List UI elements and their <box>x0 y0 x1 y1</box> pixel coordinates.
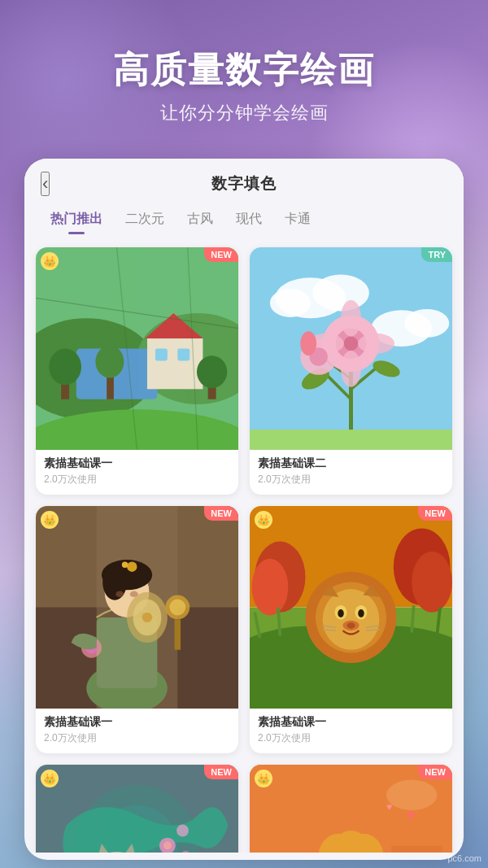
main-title: 高质量数字绘画 <box>113 46 375 94</box>
svg-point-50 <box>122 561 128 567</box>
card-5-badge: NEW <box>204 765 238 779</box>
svg-point-65 <box>251 559 288 616</box>
card-2-usage: 2.0万次使用 <box>258 473 444 486</box>
svg-point-79 <box>338 609 343 617</box>
tab-modern[interactable]: 现代 <box>224 207 273 231</box>
svg-point-66 <box>412 552 452 613</box>
grid-card-1[interactable]: NEW 👑 <box>36 247 238 495</box>
card-2-image-wrapper: TRY <box>250 247 452 450</box>
card-1-badge: NEW <box>204 247 238 262</box>
card-4-name: 素描基础课一 <box>258 715 444 730</box>
svg-line-86 <box>366 630 379 630</box>
card-2-badge: TRY <box>421 247 452 262</box>
grid-container: NEW 👑 <box>36 247 452 853</box>
svg-rect-54 <box>175 619 181 649</box>
svg-point-36 <box>358 334 394 354</box>
card-4-art <box>250 506 452 709</box>
svg-point-49 <box>127 561 137 571</box>
grid-card-4[interactable]: NEW 👑 <box>250 506 452 753</box>
watermark: pc6.com <box>447 853 481 863</box>
card-3-info: 素描基础课一 2.0万次使用 <box>36 709 238 753</box>
svg-text:♥: ♥ <box>386 801 392 813</box>
grid-card-3[interactable]: NEW 👑 <box>36 506 238 753</box>
card-4-badge: NEW <box>418 506 452 521</box>
svg-point-102 <box>163 842 172 850</box>
svg-rect-130 <box>391 846 442 853</box>
card-3-crown: 👑 <box>41 511 59 529</box>
svg-text:♥: ♥ <box>407 807 415 823</box>
svg-point-9 <box>49 349 81 386</box>
svg-point-55 <box>169 600 185 616</box>
main-card: ‹ 数字填色 热门推出 二次元 古风 现代 卡通 NEW 👑 <box>24 159 464 860</box>
svg-point-51 <box>115 591 124 597</box>
svg-point-21 <box>270 289 311 317</box>
card-1-name: 素描基础课一 <box>44 456 230 471</box>
card-3-art <box>36 506 238 709</box>
card-4-usage: 2.0万次使用 <box>258 731 444 745</box>
card-1-usage: 2.0万次使用 <box>44 473 230 486</box>
card-4-image-wrapper: NEW 👑 <box>250 506 452 709</box>
svg-point-103 <box>176 824 189 836</box>
svg-point-82 <box>347 622 355 628</box>
svg-point-74 <box>323 589 380 650</box>
tab-cartoon[interactable]: 卡通 <box>273 207 322 231</box>
sub-title: 让你分分钟学会绘画 <box>160 101 329 125</box>
svg-rect-40 <box>250 430 452 450</box>
svg-rect-7 <box>177 349 190 361</box>
card-4-info: 素描基础课一 2.0万次使用 <box>250 709 452 753</box>
grid-card-6[interactable]: NEW 👑 ♥ ♥ <box>250 765 452 853</box>
svg-line-68 <box>278 608 280 636</box>
grid-card-2[interactable]: TRY <box>250 247 452 495</box>
card-1-image-wrapper: NEW 👑 <box>36 247 238 450</box>
card-3-usage: 2.0万次使用 <box>44 731 230 745</box>
card-2-name: 素描基础课二 <box>258 456 444 471</box>
svg-point-109 <box>386 780 437 810</box>
svg-point-39 <box>300 331 316 355</box>
card-header: ‹ 数字填色 <box>24 159 464 203</box>
svg-point-33 <box>341 300 361 337</box>
card-6-crown: 👑 <box>255 770 272 787</box>
card-1-info: 素描基础课一 2.0万次使用 <box>36 450 238 495</box>
card-4-crown: 👑 <box>255 511 272 529</box>
svg-point-23 <box>404 309 449 338</box>
tab-2d[interactable]: 二次元 <box>114 207 176 231</box>
grid-card-5[interactable]: NEW 👑 <box>36 765 238 853</box>
svg-line-84 <box>323 630 336 630</box>
card-2-art <box>250 247 452 450</box>
card-title: 数字填色 <box>211 173 277 194</box>
back-button[interactable]: ‹ <box>41 172 50 196</box>
header-area: 高质量数字绘画 让你分分钟学会绘画 <box>0 0 488 171</box>
card-6-image-wrapper: NEW 👑 ♥ ♥ <box>250 765 452 853</box>
card-1-crown: 👑 <box>41 252 59 270</box>
svg-point-20 <box>312 275 369 312</box>
svg-point-58 <box>142 613 152 622</box>
card-3-name: 素描基础课一 <box>44 715 230 730</box>
card-6-badge: NEW <box>418 765 452 779</box>
card-1-art <box>36 247 238 450</box>
tab-ancient[interactable]: 古风 <box>176 207 224 231</box>
svg-point-34 <box>341 351 361 387</box>
tab-hot[interactable]: 热门推出 <box>39 207 114 231</box>
grid-area[interactable]: NEW 👑 <box>24 241 464 853</box>
tabs-row: 热门推出 二次元 古风 现代 卡通 <box>24 203 464 241</box>
svg-point-11 <box>95 346 124 378</box>
card-2-info: 素描基础课二 2.0万次使用 <box>250 450 452 495</box>
card-5-crown: 👑 <box>41 770 59 787</box>
svg-point-13 <box>197 355 227 388</box>
svg-rect-6 <box>155 349 168 361</box>
card-3-image-wrapper: NEW 👑 <box>36 506 238 709</box>
card-3-badge: NEW <box>204 506 238 521</box>
svg-line-70 <box>412 605 413 633</box>
card-5-image-wrapper: NEW 👑 <box>36 765 238 853</box>
svg-point-32 <box>344 337 358 351</box>
svg-point-80 <box>358 609 364 617</box>
